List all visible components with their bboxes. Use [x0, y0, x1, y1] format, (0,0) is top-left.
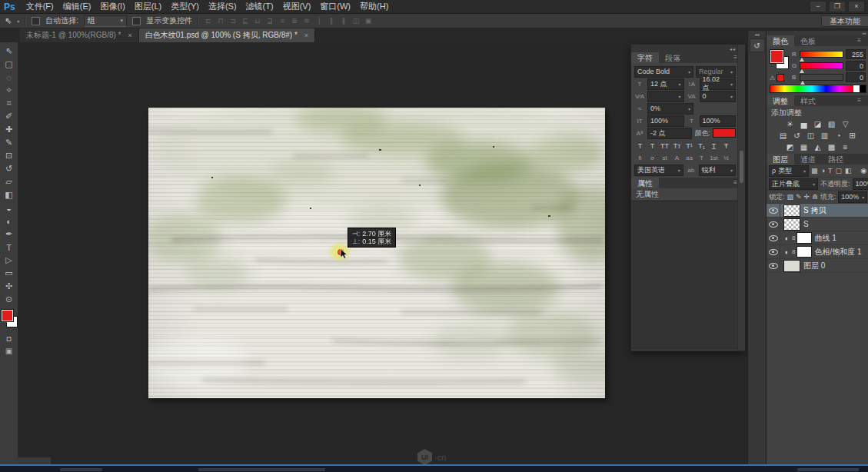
- horizontal-scale-field[interactable]: 100%: [700, 115, 737, 127]
- align-icon[interactable]: ⊏: [205, 17, 212, 25]
- taskbar-tray[interactable]: [797, 468, 859, 471]
- panel-scrollbar[interactable]: [737, 45, 745, 351]
- align-icon[interactable]: ∦: [340, 17, 348, 25]
- layer-name[interactable]: S: [803, 220, 809, 228]
- filter-type-icon[interactable]: ▢: [835, 167, 842, 175]
- slider-thumb[interactable]: [800, 69, 804, 73]
- layer-name[interactable]: 图层 0: [803, 261, 825, 271]
- tab-properties[interactable]: 属性: [631, 178, 659, 188]
- tool-icon[interactable]: ✧: [0, 84, 18, 97]
- type-style-button[interactable]: T̲: [708, 141, 720, 151]
- filter-type-icon[interactable]: ▩: [811, 167, 818, 175]
- align-icon[interactable]: ⊑: [241, 17, 249, 25]
- layer-name[interactable]: 色相/饱和度 1: [814, 247, 861, 258]
- layer-row-hue-saturation[interactable]: ◐ 8 色相/饱和度 1: [767, 245, 868, 259]
- tool-icon[interactable]: ◒: [0, 201, 18, 214]
- canvas-wood-texture[interactable]: ⊣:2.70 厘米 ⊥:0.15 厘米: [148, 108, 605, 398]
- menu-item[interactable]: 视图(V): [278, 0, 316, 13]
- filter-type-icon[interactable]: T: [828, 167, 833, 175]
- tab-paragraph[interactable]: 段落: [659, 52, 687, 63]
- slider-track[interactable]: [800, 74, 843, 81]
- tool-icon[interactable]: ◐: [0, 214, 18, 228]
- align-icon[interactable]: ⊒: [266, 17, 274, 25]
- tab-color[interactable]: 颜色: [767, 35, 794, 46]
- tool-icon[interactable]: ◧: [0, 188, 18, 201]
- visibility-toggle[interactable]: [767, 245, 780, 258]
- tool-icon[interactable]: ✐: [0, 110, 18, 123]
- tracking-dropdown[interactable]: 0 ▾: [700, 91, 737, 102]
- close-button[interactable]: ×: [848, 1, 865, 12]
- type-style-button[interactable]: T: [647, 141, 658, 151]
- foreground-color-swatch[interactable]: [2, 310, 13, 321]
- text-color-swatch[interactable]: [713, 128, 736, 138]
- menu-item[interactable]: 编辑(E): [58, 0, 96, 13]
- taskbar-item[interactable]: [198, 468, 325, 471]
- restore-button[interactable]: ❐: [829, 1, 846, 12]
- expand-dock-icon[interactable]: ◂◂: [748, 31, 766, 37]
- align-icon[interactable]: ≋: [303, 17, 311, 25]
- channel-value[interactable]: 255: [846, 49, 866, 59]
- kerning-dropdown[interactable]: ▾: [647, 91, 684, 102]
- opentype-button[interactable]: ½: [720, 153, 732, 163]
- adjustment-icon[interactable]: ▤: [778, 131, 788, 143]
- color-spectrum-ramp[interactable]: [770, 85, 866, 93]
- opentype-button[interactable]: st: [659, 153, 670, 163]
- type-style-button[interactable]: TT: [659, 141, 670, 151]
- document-tab-active[interactable]: 白色木纹01.psd @ 100% (S 拷贝, RGB/8#) * ×: [139, 28, 315, 42]
- adjustment-icon[interactable]: ◩: [785, 143, 795, 155]
- foreground-color-swatch[interactable]: [770, 50, 783, 63]
- layer-thumbnail[interactable]: [783, 260, 800, 272]
- lock-icon[interactable]: ✎: [796, 193, 802, 201]
- opentype-button[interactable]: T: [696, 153, 707, 163]
- tool-icon[interactable]: ⊙: [0, 293, 18, 306]
- scrollbar-handle[interactable]: [740, 151, 743, 183]
- tool-icon[interactable]: ⇖: [0, 45, 18, 58]
- channel-value[interactable]: 0: [846, 72, 866, 82]
- layer-name[interactable]: 曲线 1: [814, 233, 836, 244]
- menu-item[interactable]: 滤镜(T): [241, 0, 278, 13]
- tool-icon[interactable]: ✒: [0, 228, 18, 241]
- align-icon[interactable]: ⊓: [217, 17, 224, 25]
- adjustment-icon[interactable]: ◪: [813, 120, 823, 131]
- tab-adjustments[interactable]: 调整: [767, 95, 794, 106]
- tab-swatches[interactable]: 色板: [794, 35, 822, 46]
- layer-row-curves[interactable]: ◐ 8 曲线 1: [767, 231, 868, 245]
- tool-icon[interactable]: ▢: [0, 58, 18, 71]
- panel-menu-icon[interactable]: ≡: [857, 95, 861, 106]
- menu-item[interactable]: 图层(L): [130, 0, 166, 13]
- adjustment-icon[interactable]: ↺: [792, 131, 802, 143]
- tool-preset-arrow-icon[interactable]: ▾: [17, 18, 19, 24]
- slider-thumb[interactable]: [800, 58, 804, 61]
- layer-thumbnail[interactable]: [783, 204, 800, 217]
- tool-icon[interactable]: ▱: [0, 175, 18, 188]
- collapse-icon[interactable]: ◂◂: [730, 46, 736, 52]
- layer-name[interactable]: S 拷贝: [803, 205, 826, 216]
- adjustment-icon[interactable]: ◔: [833, 131, 843, 143]
- tool-icon[interactable]: ✎: [0, 136, 18, 149]
- adjustment-layer-icon[interactable]: ◐: [782, 234, 792, 242]
- history-panel-icon[interactable]: ↺: [750, 38, 765, 52]
- layer-row-layer0[interactable]: 图层 0: [767, 259, 868, 273]
- workspace-switcher-button[interactable]: 基本功能: [821, 15, 868, 27]
- adjustment-layer-icon[interactable]: ◐: [782, 248, 792, 256]
- layer-row-s-copy[interactable]: S 拷贝: [767, 204, 868, 218]
- tool-icon[interactable]: ✣: [0, 280, 18, 293]
- layer-mask-thumbnail[interactable]: [796, 246, 812, 258]
- adjustment-icon[interactable]: ◭: [813, 143, 823, 155]
- visibility-toggle[interactable]: [767, 218, 780, 231]
- gamut-warning[interactable]: ⚠: [770, 74, 784, 81]
- minimize-button[interactable]: −: [810, 1, 826, 12]
- adjustment-icon[interactable]: ▅: [799, 120, 809, 131]
- visibility-toggle[interactable]: [767, 231, 780, 244]
- filter-switch-icon[interactable]: ◉: [860, 167, 866, 175]
- tool-icon[interactable]: ↺: [0, 162, 18, 175]
- proportional-spacing-dropdown[interactable]: 0% ▾: [647, 103, 693, 115]
- adjustment-icon[interactable]: ▥: [820, 131, 830, 143]
- tool-icon[interactable]: ✚: [0, 123, 18, 136]
- opentype-button[interactable]: aa: [683, 153, 695, 163]
- taskbar-item[interactable]: [60, 468, 102, 471]
- type-style-button[interactable]: T₁: [696, 141, 707, 151]
- align-icon[interactable]: ⊔: [254, 17, 261, 25]
- tab-paths[interactable]: 路径: [822, 154, 850, 165]
- opentype-button[interactable]: σ: [647, 153, 658, 163]
